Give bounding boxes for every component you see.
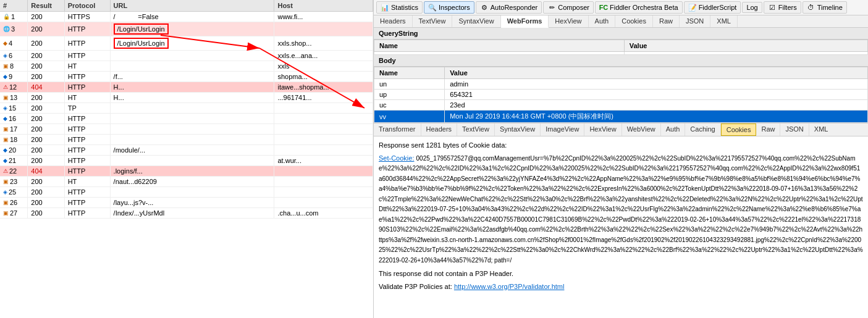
autoresponder-button[interactable]: ⚙ AutoResponder (476, 1, 542, 14)
body-row-up[interactable]: up 654321 (374, 90, 868, 100)
querystring-table-wrapper: Name Value (374, 40, 868, 55)
table-row[interactable]: ▣ 23 200HT/naut...d62209 (0, 177, 373, 187)
table-row[interactable]: 🌐 3 200HTTP /Login/UsrLogin (0, 22, 373, 36)
btab-hexview[interactable]: HexView (584, 123, 622, 136)
body-name-up: up (374, 90, 445, 100)
table-row[interactable]: 🔒 1 200HTTPS/ =Falsewww.fi... (0, 12, 373, 22)
response-area: Response sent 1281 bytes of Cookie data:… (374, 136, 868, 316)
table-row[interactable]: ▣ 18 200HTTP (0, 135, 373, 145)
table-row[interactable]: ◈ 6 200HTTPxxls.e...ana... (0, 51, 373, 61)
body-value-uc: 23ed (445, 100, 868, 111)
btab-raw[interactable]: Raw (756, 123, 780, 136)
btab-textview[interactable]: TextView (457, 123, 495, 136)
col-result: Result (28, 0, 64, 12)
table-row[interactable]: ⚠ 22 404HTTP.logins/f... (0, 166, 373, 177)
tab-webforms[interactable]: WebForms (501, 15, 549, 28)
body-header: Body (374, 55, 868, 67)
qs-col-value: Value (624, 40, 867, 52)
inspectors-icon: 🔍 (428, 3, 437, 12)
btab-json[interactable]: JSON (780, 123, 809, 136)
table-row[interactable]: ⚠ 12 404HTTPH...itawe...shopma... (0, 82, 373, 93)
table-row[interactable] (374, 52, 868, 55)
table-row[interactable]: ◈ 15 200TP (0, 103, 373, 114)
timeline-button[interactable]: ⏱ Timeline (803, 1, 847, 14)
orchestra-icon: FC (599, 3, 608, 12)
cookie-name-link[interactable]: Set-Cookie: (379, 154, 414, 162)
tab-cookies[interactable]: Cookies (615, 15, 653, 27)
col-host: Host (274, 0, 373, 12)
table-row[interactable]: ▣ 13 200HTH......961741... (0, 93, 373, 103)
body-value-un: admin (445, 79, 868, 90)
tab-hexview[interactable]: HexView (549, 15, 588, 27)
btab-cookies[interactable]: Cookies (721, 123, 757, 136)
validate-link[interactable]: http://www.w3.org/P3P/validator.html (454, 283, 565, 290)
btab-auth[interactable]: Auth (661, 123, 686, 136)
fiddlerscript-button[interactable]: 📝 FiddlerScript (684, 1, 741, 14)
btab-imageview[interactable]: ImageView (541, 123, 584, 136)
statistics-icon: 📊 (381, 3, 389, 12)
body-name-un: un (374, 79, 445, 90)
tab-auth[interactable]: Auth (589, 15, 616, 27)
body-table: Name Value un admin up 654321 uc (374, 67, 868, 123)
log-button[interactable]: Log (742, 2, 762, 13)
toolbar: 📊 Statistics 🔍 Inspectors ⚙ AutoResponde… (374, 0, 868, 15)
body-row-uc[interactable]: uc 23ed (374, 100, 868, 111)
tab-syntaxview[interactable]: SyntaxView (452, 15, 500, 27)
table-row[interactable]: ◆ 20 200HTTP/module/... (0, 145, 373, 156)
col-protocol: Protocol (64, 0, 110, 12)
body-value-vv: Mon Jul 29 2019 16:44:18 GMT +0800 (中国标准… (445, 111, 868, 123)
table-row[interactable]: ◆ 21 200HTTPat.wur... (0, 156, 373, 166)
filters-button[interactable]: ☑ Filters (764, 1, 801, 14)
table-row[interactable]: ▣ 27 200HTTP/Index/...yUsrMdl.cha...u...… (0, 208, 373, 219)
querystring-table: Name Value (374, 40, 868, 55)
orchestra-button[interactable]: FC Fiddler Orchestra Beta (595, 1, 683, 14)
fiddlerscript-icon: 📝 (688, 3, 697, 12)
body-name-uc: uc (374, 100, 445, 111)
btab-syntaxview[interactable]: SyntaxView (495, 123, 541, 136)
body-name-vv: vv (374, 111, 445, 123)
autoresponder-icon: ⚙ (480, 3, 489, 12)
table-row[interactable]: ▣ 26 200HTTP/layu...js?v-... (0, 198, 373, 208)
composer-icon: ✏ (547, 3, 556, 12)
table-row[interactable]: ◆ 16 200HTTP (0, 114, 373, 124)
timeline-icon: ⏱ (807, 3, 815, 12)
tab-xml[interactable]: XML (710, 15, 738, 27)
tab-textview[interactable]: TextView (413, 15, 453, 27)
table-row[interactable]: ◆ 9 200HTTP/f...shopma... (0, 72, 373, 82)
response-cookie-line: Set-Cookie: 0025_1795572527@qq.comManage… (379, 153, 863, 266)
tab-json[interactable]: JSON (680, 15, 710, 27)
inspectors-button[interactable]: 🔍 Inspectors (424, 1, 474, 14)
btab-webview[interactable]: WebView (622, 123, 661, 136)
body-col-name: Name (374, 67, 445, 79)
session-table: # Result Protocol URL Host 🔒 1 200HTTPS/… (0, 0, 373, 219)
cookie-value: 0025_1795572527@qq.comManagementUsr=%7b%… (379, 155, 863, 264)
col-url: URL (110, 0, 274, 12)
filters-icon: ☑ (768, 3, 777, 12)
composer-button[interactable]: ✏ Composer (543, 1, 594, 14)
table-row[interactable]: ▣ 8 200HTxxls (0, 61, 373, 72)
body-row-vv[interactable]: vv Mon Jul 29 2019 16:44:18 GMT +0800 (中… (374, 111, 868, 123)
btab-caching[interactable]: Caching (685, 123, 720, 136)
col-num: # (0, 0, 28, 12)
response-tabs: Transformer Headers TextView SyntaxView … (374, 123, 868, 136)
table-row[interactable]: ◈ 25 200HTTP (0, 187, 373, 198)
table-row[interactable]: ◆ 4 200HTTP /Login/UsrLogin xxls.shop... (0, 36, 373, 51)
body-col-value: Value (445, 67, 868, 79)
request-tabs: Headers TextView SyntaxView WebForms Hex… (374, 15, 868, 28)
statistics-button[interactable]: 📊 Statistics (376, 1, 423, 14)
querystring-header: QueryString (374, 28, 868, 40)
validate-line: Validate P3P Policies at: http://www.w3.… (379, 282, 863, 292)
body-value-up: 654321 (445, 90, 868, 100)
p3p-line: This response did not contain a P3P Head… (379, 269, 863, 279)
btab-xml[interactable]: XML (809, 123, 833, 136)
table-row[interactable]: ▣ 17 200HTTP (0, 124, 373, 135)
btab-transformer[interactable]: Transformer (374, 123, 421, 136)
body-row-un[interactable]: un admin (374, 79, 868, 90)
tab-raw[interactable]: Raw (653, 15, 680, 27)
response-intro: Response sent 1281 bytes of Cookie data: (379, 140, 863, 151)
btab-headers[interactable]: Headers (421, 123, 458, 136)
qs-col-name: Name (374, 40, 625, 52)
tab-headers[interactable]: Headers (374, 15, 413, 27)
